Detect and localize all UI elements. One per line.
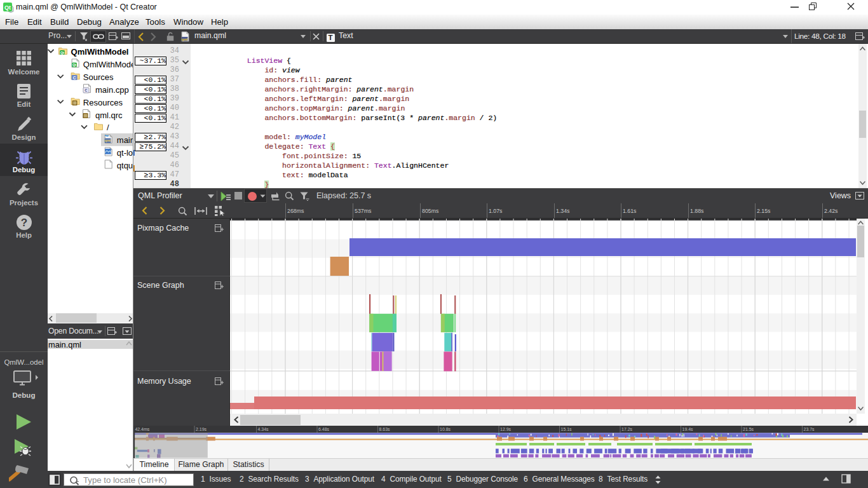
svg-text:/: / [107, 123, 109, 132]
svg-text:QmlWithModel: QmlWithModel [71, 47, 129, 57]
svg-text:main: main [117, 135, 133, 145]
svg-text:qml.qrc: qml.qrc [95, 110, 123, 119]
svg-text:17.2s: 17.2s [621, 427, 633, 431]
svg-text:C: C [85, 88, 88, 92]
svg-text:15.1s: 15.1s [561, 427, 573, 431]
svg-text:Sources: Sources [83, 72, 114, 81]
svg-text:19.4s: 19.4s [682, 427, 694, 431]
svg-text:Resources: Resources [83, 97, 123, 107]
svg-text:C: C [73, 75, 76, 79]
svg-text:42.4ms: 42.4ms [135, 427, 149, 431]
svg-text:qt-lo: qt-lo [117, 148, 133, 158]
svg-text:6.48s: 6.48s [318, 427, 330, 431]
svg-text:Qt: Qt [4, 4, 11, 11]
svg-text:23.7s: 23.7s [804, 427, 815, 431]
svg-text:12.9s: 12.9s [500, 427, 512, 431]
svg-text:qml: qml [105, 139, 111, 142]
svg-text:4.34s: 4.34s [258, 427, 269, 431]
svg-text:?: ? [21, 217, 27, 229]
svg-text:10.8s: 10.8s [440, 427, 451, 431]
svg-text:main.cpp: main.cpp [95, 85, 129, 94]
svg-text:qtqu: qtqu [117, 161, 133, 170]
svg-text:8.63s: 8.63s [379, 427, 391, 431]
svg-text:2.19s: 2.19s [196, 427, 207, 431]
svg-text:21.5s: 21.5s [743, 427, 754, 431]
svg-text:QmlWithMode: QmlWithMode [83, 59, 133, 69]
svg-text:qml: qml [182, 37, 188, 41]
